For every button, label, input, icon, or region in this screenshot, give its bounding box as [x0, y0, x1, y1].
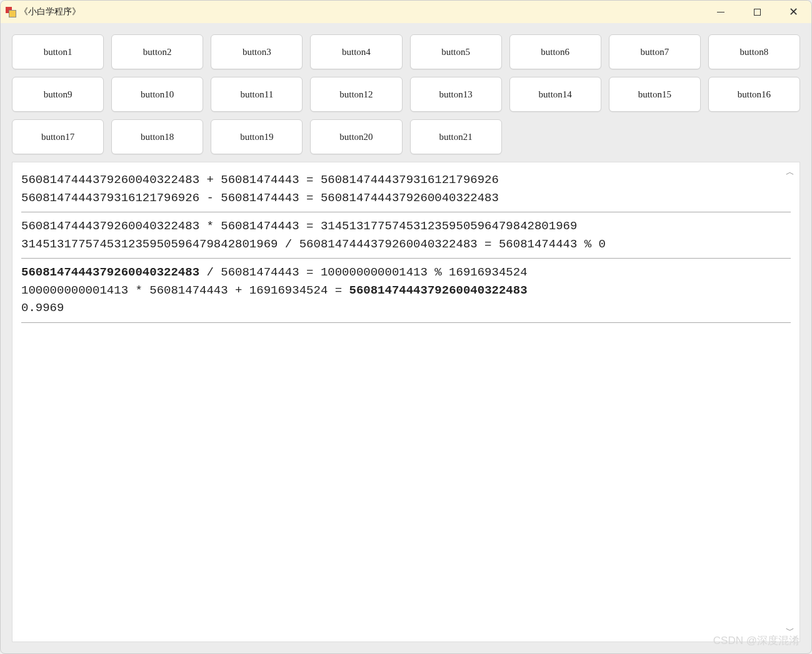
button-16[interactable]: button16: [708, 77, 800, 112]
output-bold: 5608147444379260040322483: [349, 284, 528, 297]
output-line: 5608147444379260040322483 * 56081474443 …: [21, 217, 791, 235]
maximize-icon: [754, 9, 761, 16]
output-panel[interactable]: ︿ 5608147444379260040322483 + 5608147444…: [12, 162, 800, 642]
scroll-up-icon[interactable]: ︿: [786, 166, 796, 179]
button-8[interactable]: button8: [708, 34, 800, 69]
close-button[interactable]: ✕: [775, 1, 811, 23]
output-divider: [21, 258, 791, 259]
button-5[interactable]: button5: [410, 34, 502, 69]
button-11[interactable]: button11: [211, 77, 303, 112]
output-line: 5608147444379260040322483 / 56081474443 …: [21, 264, 791, 282]
output-line: 100000000001413 * 56081474443 + 16916934…: [21, 282, 791, 300]
output-line: 5608147444379316121796926 - 56081474443 …: [21, 189, 791, 207]
output-text: 100000000001413 * 56081474443 + 16916934…: [21, 284, 349, 297]
button-10[interactable]: button10: [111, 77, 203, 112]
output-line: 5608147444379260040322483 + 56081474443 …: [21, 171, 791, 189]
button-12[interactable]: button12: [310, 77, 402, 112]
button-13[interactable]: button13: [410, 77, 502, 112]
button-21[interactable]: button21: [410, 119, 502, 154]
button-4[interactable]: button4: [310, 34, 402, 69]
output-line: 0.9969: [21, 299, 791, 317]
minimize-icon: [717, 12, 724, 12]
output-bold: 5608147444379260040322483: [21, 265, 199, 279]
app-icon: [6, 7, 16, 17]
output-divider: [21, 212, 791, 212]
window-title: 《小白学程序》: [19, 6, 81, 17]
button-18[interactable]: button18: [111, 119, 203, 154]
button-2[interactable]: button2: [111, 34, 203, 69]
maximize-button[interactable]: [739, 1, 775, 23]
close-icon: ✕: [789, 6, 798, 17]
content-area: button1 button2 button3 button4 button5 …: [1, 23, 811, 653]
button-grid: button1 button2 button3 button4 button5 …: [12, 34, 800, 154]
title-left: 《小白学程序》: [6, 6, 81, 17]
button-3[interactable]: button3: [211, 34, 303, 69]
window-controls: ✕: [703, 1, 811, 23]
button-1[interactable]: button1: [12, 34, 104, 69]
scroll-down-icon[interactable]: ﹀: [786, 625, 796, 638]
button-20[interactable]: button20: [310, 119, 402, 154]
title-bar: 《小白学程序》 ✕: [1, 1, 811, 23]
button-17[interactable]: button17: [12, 119, 104, 154]
output-divider: [21, 322, 791, 323]
output-line: 314513177574531235950596479842801969 / 5…: [21, 235, 791, 254]
button-7[interactable]: button7: [609, 34, 701, 69]
button-14[interactable]: button14: [509, 77, 601, 112]
button-6[interactable]: button6: [509, 34, 601, 69]
minimize-button[interactable]: [703, 1, 739, 23]
button-19[interactable]: button19: [211, 119, 303, 154]
button-15[interactable]: button15: [609, 77, 701, 112]
app-window: 《小白学程序》 ✕ button1 button2 button3 button…: [0, 0, 812, 654]
button-9[interactable]: button9: [12, 77, 104, 112]
output-text: / 56081474443 = 100000000001413 % 169169…: [199, 265, 528, 279]
